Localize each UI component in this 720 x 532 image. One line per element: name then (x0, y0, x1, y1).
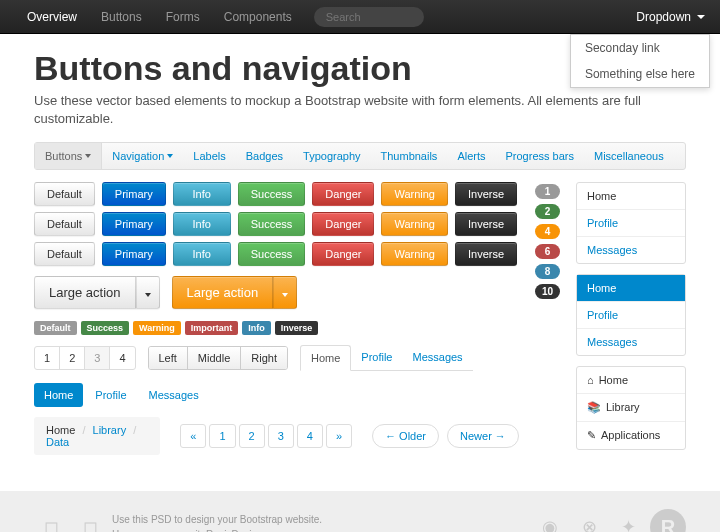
btn-info[interactable]: Info (173, 242, 231, 266)
nav-components[interactable]: Components (212, 2, 304, 32)
tab-badges[interactable]: Badges (236, 143, 293, 169)
btn-right[interactable]: Right (241, 347, 287, 369)
rss-icon[interactable]: ◉ (542, 516, 558, 532)
list-home[interactable]: Home (577, 275, 685, 302)
page-2[interactable]: 2 (60, 347, 85, 369)
pagination-small: 1 2 3 4 (34, 346, 136, 370)
list-home[interactable]: Home (577, 183, 685, 210)
labels-row: Default Success Warning Important Info I… (34, 321, 318, 335)
list-library[interactable]: 📚Library (577, 394, 685, 422)
btn-left[interactable]: Left (149, 347, 188, 369)
nav-list-3: ⌂Home 📚Library ✎Applications (576, 366, 686, 450)
page-3[interactable]: 3 (268, 424, 294, 448)
tab-profile[interactable]: Profile (351, 345, 402, 370)
css3-icon: ◻ (83, 516, 98, 532)
btn-danger[interactable]: Danger (312, 212, 374, 236)
btn-success[interactable]: Success (238, 242, 306, 266)
pager-newer[interactable]: Newer → (447, 424, 519, 448)
btn-warning[interactable]: Warning (381, 182, 448, 206)
large-action-caret[interactable] (136, 276, 160, 309)
btn-inverse[interactable]: Inverse (455, 212, 517, 236)
nav-tabs-demo: Home Profile Messages (300, 345, 473, 371)
home-icon: ⌂ (587, 374, 594, 386)
btn-info[interactable]: Info (173, 182, 231, 206)
pill-messages[interactable]: Messages (139, 383, 209, 407)
tab-home[interactable]: Home (300, 345, 351, 371)
label-default: Default (34, 321, 77, 335)
btn-primary[interactable]: Primary (102, 242, 166, 266)
badge: 2 (535, 204, 560, 219)
list-home[interactable]: ⌂Home (577, 367, 685, 394)
crumb-library[interactable]: Library (93, 424, 127, 436)
btn-warning[interactable]: Warning (381, 212, 448, 236)
tab-messages[interactable]: Messages (402, 345, 472, 370)
nav-list-2: Home Profile Messages (576, 274, 686, 356)
btn-default[interactable]: Default (34, 242, 95, 266)
tab-misc[interactable]: Miscellaneous (584, 143, 674, 169)
tab-typography[interactable]: Typography (293, 143, 370, 169)
dropdown-item[interactable]: Something else here (571, 61, 709, 87)
large-action-caret[interactable] (273, 276, 297, 309)
nav-forms[interactable]: Forms (154, 2, 212, 32)
pill-home[interactable]: Home (34, 383, 83, 407)
page-1[interactable]: 1 (35, 347, 60, 369)
tab-navigation[interactable]: Navigation (102, 143, 183, 169)
btn-warning[interactable]: Warning (381, 242, 448, 266)
page-1[interactable]: 1 (209, 424, 235, 448)
large-action-btn[interactable]: Large action (172, 276, 274, 309)
btn-danger[interactable]: Danger (312, 242, 374, 266)
btn-default[interactable]: Default (34, 182, 95, 206)
dribbble-icon[interactable]: ⊗ (582, 516, 597, 532)
badge: 6 (535, 244, 560, 259)
tab-thumbnails[interactable]: Thumbnails (371, 143, 448, 169)
list-messages[interactable]: Messages (577, 329, 685, 355)
pagination-boxed: « 1 2 3 4 » (180, 424, 352, 448)
nav-buttons[interactable]: Buttons (89, 2, 154, 32)
dropdown-toggle[interactable]: Dropdown (636, 10, 705, 24)
badge: 10 (535, 284, 560, 299)
page-2[interactable]: 2 (239, 424, 265, 448)
page-4[interactable]: 4 (110, 347, 134, 369)
pill-profile[interactable]: Profile (85, 383, 136, 407)
book-icon: 📚 (587, 401, 601, 413)
page-4[interactable]: 4 (297, 424, 323, 448)
caret-down-icon (697, 15, 705, 19)
page-next[interactable]: » (326, 424, 352, 448)
list-profile[interactable]: Profile (577, 302, 685, 329)
search-input[interactable] (314, 7, 424, 27)
tab-progress[interactable]: Progress bars (496, 143, 584, 169)
list-applications[interactable]: ✎Applications (577, 422, 685, 449)
btn-primary[interactable]: Primary (102, 182, 166, 206)
list-profile[interactable]: Profile (577, 210, 685, 237)
tab-labels[interactable]: Labels (183, 143, 235, 169)
btn-inverse[interactable]: Inverse (455, 242, 517, 266)
pager-older[interactable]: ← Older (372, 424, 439, 448)
btn-default[interactable]: Default (34, 212, 95, 236)
btn-success[interactable]: Success (238, 182, 306, 206)
nav-pills-demo: Home Profile Messages (34, 383, 209, 407)
page-3[interactable]: 3 (85, 347, 110, 369)
btn-inverse[interactable]: Inverse (455, 182, 517, 206)
large-action-warning[interactable]: Large action (172, 276, 298, 309)
btn-success[interactable]: Success (238, 212, 306, 236)
btn-danger[interactable]: Danger (312, 182, 374, 206)
button-group: Left Middle Right (148, 346, 288, 370)
crumb-data[interactable]: Data (46, 436, 69, 448)
page-prev[interactable]: « (180, 424, 206, 448)
label-warning: Warning (133, 321, 181, 335)
large-action-btn[interactable]: Large action (34, 276, 136, 309)
btn-info[interactable]: Info (173, 212, 231, 236)
tab-alerts[interactable]: Alerts (447, 143, 495, 169)
nav-overview[interactable]: Overview (15, 2, 89, 32)
badge: 4 (535, 224, 560, 239)
btn-primary[interactable]: Primary (102, 212, 166, 236)
large-action-default[interactable]: Large action (34, 276, 160, 309)
sidebar: Home Profile Messages Home Profile Messa… (576, 182, 686, 460)
dropdown-item[interactable]: Seconday link (571, 35, 709, 61)
list-messages[interactable]: Messages (577, 237, 685, 263)
tab-buttons[interactable]: Buttons (35, 143, 102, 169)
footer: ◻ ◻ Use this PSD to design your Bootstra… (0, 491, 720, 532)
twitter-icon[interactable]: ✦ (621, 516, 636, 532)
html5-icon: ◻ (44, 516, 59, 532)
btn-middle[interactable]: Middle (188, 347, 241, 369)
